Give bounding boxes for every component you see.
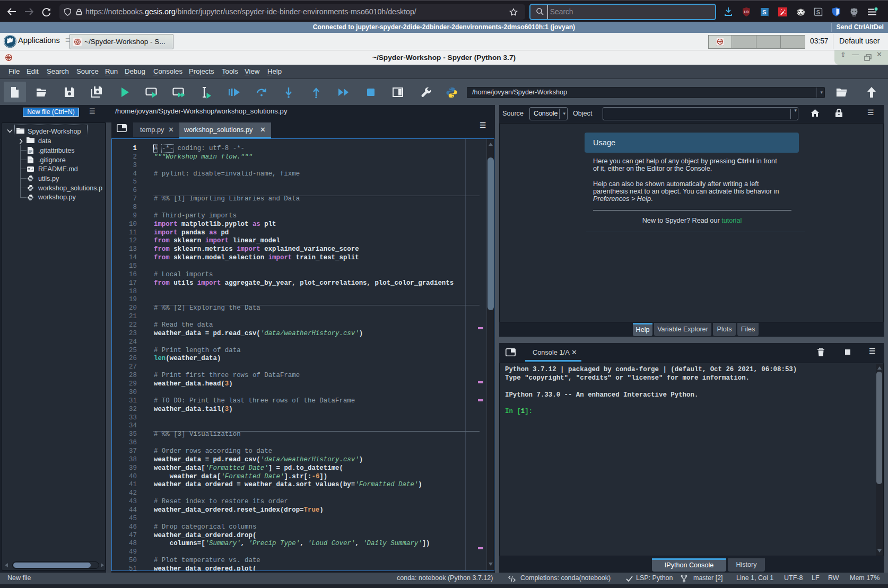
svg-text:U0: U0 bbox=[744, 10, 749, 14]
svg-text:S: S bbox=[762, 9, 766, 15]
svg-text:S: S bbox=[7, 56, 10, 60]
svg-text:S: S bbox=[76, 40, 79, 44]
svg-text:S: S bbox=[816, 9, 820, 15]
